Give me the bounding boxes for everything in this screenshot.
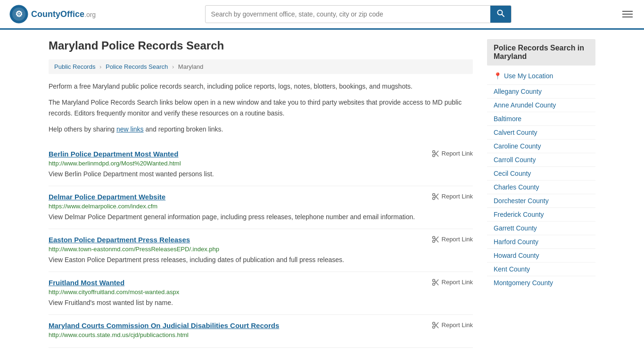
breadcrumb-police-records-search[interactable]: Police Records Search	[106, 63, 168, 70]
record-item: Delmar Police Department Website Report …	[49, 186, 473, 229]
report-link-button[interactable]: Report Link	[432, 193, 473, 200]
logo-text: CountyOffice.org	[31, 9, 96, 19]
breadcrumb: Public Records › Police Records Search ›…	[49, 59, 473, 74]
sidebar-counties: Allegany CountyAnne Arundel CountyBaltim…	[487, 84, 595, 289]
breadcrumb-maryland: Maryland	[178, 63, 203, 70]
sidebar-item-frederick-county[interactable]: Frederick County	[487, 207, 595, 221]
sidebar-item-cecil-county[interactable]: Cecil County	[487, 166, 595, 180]
new-links-link[interactable]: new links	[116, 125, 144, 133]
svg-point-14	[432, 240, 435, 242]
record-item: Fruitland Most Wanted Report Link http:/…	[49, 272, 473, 315]
records-list: Berlin Police Department Most Wanted Rep…	[49, 143, 473, 348]
svg-point-17	[432, 279, 435, 281]
description-2: The Maryland Police Records Search links…	[49, 97, 473, 118]
record-title[interactable]: Fruitland Most Wanted	[49, 279, 124, 287]
scissors-icon	[432, 321, 439, 329]
page-title: Maryland Police Records Search	[49, 39, 473, 52]
sidebar-title: Police Records Search in Maryland	[487, 39, 595, 66]
sidebar-item-dorchester-county[interactable]: Dorchester County	[487, 194, 595, 207]
record-title[interactable]: Delmar Police Department Website	[49, 193, 165, 201]
report-link-button[interactable]: Report Link	[432, 321, 473, 329]
record-url: http://www.cityoffruitland.com/most-want…	[49, 288, 473, 296]
record-description: View Easton Police Department press rele…	[49, 255, 473, 265]
sidebar-item-caroline-county[interactable]: Caroline County	[487, 139, 595, 153]
record-description: View Berlin Police Department most wante…	[49, 169, 473, 179]
svg-point-18	[432, 283, 435, 285]
description-1: Perform a free Maryland public police re…	[49, 81, 473, 91]
menu-button[interactable]	[620, 9, 635, 19]
logo[interactable]: ⚙ CountyOffice.org	[9, 5, 96, 24]
sidebar-item-anne-arundel-county[interactable]: Anne Arundel County	[487, 98, 595, 112]
record-item: Maryland Courts Commission On Judicial D…	[49, 315, 473, 348]
menu-bar-3	[622, 16, 633, 17]
report-link-button[interactable]: Report Link	[432, 150, 473, 157]
sidebar-item-harford-county[interactable]: Harford County	[487, 235, 595, 248]
report-link-label: Report Link	[442, 321, 473, 329]
sidebar-item-allegany-county[interactable]: Allegany County	[487, 84, 595, 98]
sidebar-item-montgomery-county[interactable]: Montgomery County	[487, 276, 595, 289]
report-link-label: Report Link	[442, 193, 473, 200]
svg-point-5	[432, 150, 435, 153]
record-description: View Delmar Police Department general in…	[49, 212, 473, 222]
record-item: Easton Police Department Press Releases …	[49, 229, 473, 272]
record-url: http://www.courts.state.md.us/cjd/public…	[49, 331, 473, 338]
search-bar[interactable]	[205, 5, 512, 23]
record-title[interactable]: Maryland Courts Commission On Judicial D…	[49, 321, 279, 329]
search-button[interactable]	[490, 6, 511, 23]
svg-point-21	[432, 322, 435, 324]
breadcrumb-public-records[interactable]: Public Records	[54, 63, 95, 70]
svg-point-13	[432, 236, 435, 239]
sidebar-item-charles-county[interactable]: Charles County	[487, 180, 595, 194]
sidebar: Police Records Search in Maryland 📍 Use …	[487, 39, 595, 348]
svg-text:⚙: ⚙	[15, 9, 23, 19]
report-link-button[interactable]: Report Link	[432, 279, 473, 286]
record-item: Berlin Police Department Most Wanted Rep…	[49, 143, 473, 186]
record-description: View Fruitland's most wanted list by nam…	[49, 298, 473, 308]
scissors-icon	[432, 236, 439, 243]
svg-point-6	[432, 154, 435, 156]
report-link-label: Report Link	[442, 150, 473, 157]
pin-icon: 📍	[494, 72, 502, 80]
menu-bar-1	[622, 11, 633, 12]
use-my-location[interactable]: 📍 Use My Location	[487, 69, 595, 82]
record-title[interactable]: Berlin Police Department Most Wanted	[49, 150, 178, 158]
svg-point-22	[432, 326, 435, 328]
sidebar-item-calvert-county[interactable]: Calvert County	[487, 125, 595, 139]
scissors-icon	[432, 193, 439, 200]
scissors-icon	[432, 279, 439, 286]
report-link-label: Report Link	[442, 279, 473, 286]
sidebar-item-carroll-county[interactable]: Carroll County	[487, 153, 595, 166]
description-3: Help others by sharing new links and rep…	[49, 124, 473, 134]
search-input[interactable]	[206, 7, 490, 22]
scissors-icon	[432, 150, 439, 157]
record-url: http://www.town-eastonmd.com/PressReleas…	[49, 246, 473, 253]
record-url: http://www.berlinmdpd.org/Most%20Wanted.…	[49, 160, 473, 167]
sidebar-item-baltimore[interactable]: Baltimore	[487, 112, 595, 125]
sidebar-item-howard-county[interactable]: Howard County	[487, 248, 595, 262]
report-link-label: Report Link	[442, 236, 473, 243]
sidebar-item-kent-county[interactable]: Kent County	[487, 262, 595, 276]
svg-point-9	[432, 193, 435, 196]
record-url: https://www.delmarpolice.com/index.cfm	[49, 203, 473, 210]
report-link-button[interactable]: Report Link	[432, 236, 473, 243]
svg-point-10	[432, 197, 435, 199]
menu-bar-2	[622, 14, 633, 15]
svg-line-4	[502, 15, 504, 17]
record-title[interactable]: Easton Police Department Press Releases	[49, 236, 190, 244]
sidebar-item-garrett-county[interactable]: Garrett County	[487, 221, 595, 235]
